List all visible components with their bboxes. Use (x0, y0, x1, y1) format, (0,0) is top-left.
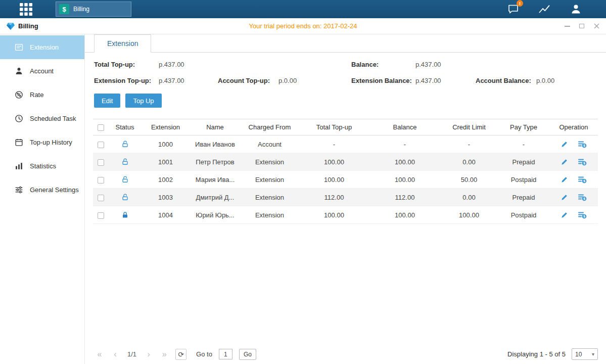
next-page-icon[interactable]: › (144, 350, 153, 359)
column-header-charged-from: Charged From (241, 119, 299, 135)
summary-row-1: Total Top-up: p.437.00 Balance: p.437.00 (94, 61, 598, 68)
operation-cell: $ (549, 135, 598, 153)
top-up-money-icon[interactable]: $ (578, 211, 587, 219)
sidebar-item-general-settings[interactable]: General Settings (0, 178, 84, 202)
unlocked-icon[interactable] (108, 140, 142, 148)
credit-limit-cell: 100.00 (440, 206, 498, 224)
status-cell (108, 189, 142, 206)
line-chart-icon[interactable] (537, 2, 551, 16)
total-topup-cell: - (299, 135, 369, 153)
billing-app-tab[interactable]: $ Billing (56, 2, 131, 17)
edit-pencil-icon[interactable] (561, 176, 568, 184)
maximize-icon[interactable] (578, 23, 585, 30)
tab-strip: Extension (85, 34, 606, 53)
messages-icon[interactable]: ! (506, 2, 520, 16)
credit-limit-cell: - (440, 135, 498, 153)
extension-balance-value: p.437.00 (415, 77, 476, 84)
tab-extension[interactable]: Extension (94, 34, 151, 53)
sidebar-item-top-up-history[interactable]: Top-up History (0, 130, 84, 154)
row-checkbox[interactable] (98, 142, 104, 148)
pagination-summary: Displaying 1 - 5 of 5 10 ▾ (507, 348, 598, 360)
go-button[interactable]: Go (239, 349, 256, 360)
balance-summary: Total Top-up: p.437.00 Balance: p.437.00… (94, 61, 598, 84)
operation-cell: $ (549, 189, 598, 206)
checkbox-cell (93, 135, 108, 153)
page-size-select[interactable]: 10 ▾ (572, 348, 598, 360)
balance-label: Balance: (351, 61, 415, 68)
edit-pencil-icon[interactable] (561, 141, 568, 148)
top-up-money-icon[interactable]: $ (578, 158, 587, 166)
goto-label: Go to (196, 350, 212, 358)
extension-topup-label: Extension Top-up: (94, 77, 159, 84)
sidebar-item-statistics[interactable]: Statistics (0, 154, 84, 178)
top-up-button[interactable]: Top Up (125, 94, 161, 108)
last-page-icon[interactable]: » (160, 350, 169, 359)
clock-icon (15, 114, 23, 123)
extensions-table-wrap: Status Extension Name Charged From Total… (93, 119, 598, 224)
balance-cell: 100.00 (369, 153, 440, 171)
svg-text:$: $ (583, 161, 586, 165)
account-topup-label: Account Top-up: (218, 77, 278, 84)
row-checkbox[interactable] (98, 212, 104, 219)
top-bar: $ Billing ! (0, 0, 606, 18)
column-header-name: Name (190, 119, 241, 135)
top-up-money-icon[interactable]: $ (578, 140, 587, 148)
rate-icon (15, 90, 23, 99)
total-topup-cell: 100.00 (299, 206, 369, 224)
row-checkbox[interactable] (98, 195, 104, 201)
unlocked-icon[interactable] (108, 193, 142, 201)
extension-cell: 1004 (142, 206, 190, 224)
first-page-icon[interactable]: « (95, 350, 104, 359)
extension-topup-value: p.437.00 (159, 77, 218, 84)
sidebar-item-account[interactable]: Account (0, 59, 84, 83)
sidebar-item-rate[interactable]: Rate (0, 83, 84, 107)
summary-row-2: Extension Top-up: p.437.00 Account Top-u… (94, 77, 598, 84)
status-cell (108, 206, 142, 224)
user-account-icon[interactable] (569, 2, 583, 16)
extension-balance-label: Extension Balance: (351, 77, 415, 84)
edit-button[interactable]: Edit (94, 94, 120, 108)
sidebar-item-label: Top-up History (30, 139, 72, 146)
trial-notice: Your trial period ends on: 2017-02-24 (0, 22, 606, 30)
top-up-money-icon[interactable]: $ (578, 175, 587, 184)
account-icon (15, 67, 23, 75)
goto-page-input[interactable] (219, 349, 232, 359)
apps-grid-icon[interactable] (18, 2, 33, 17)
refresh-icon[interactable]: ⟳ (175, 349, 187, 360)
prev-page-icon[interactable]: ‹ (111, 350, 120, 359)
extensions-table: Status Extension Name Charged From Total… (93, 119, 598, 224)
row-checkbox[interactable] (98, 159, 104, 166)
edit-pencil-icon[interactable] (561, 211, 568, 219)
pay-type-cell: Postpaid (498, 171, 549, 189)
extension-icon (15, 43, 23, 52)
close-icon[interactable] (593, 23, 600, 30)
pay-type-cell: Prepaid (498, 189, 549, 206)
credit-limit-cell: 50.00 (440, 171, 498, 189)
extension-cell: 1002 (142, 171, 190, 189)
balance-cell: - (369, 135, 440, 153)
charged-from-cell: Extension (241, 153, 299, 171)
total-topup-cell: 100.00 (299, 171, 369, 189)
sidebar-item-extension[interactable]: Extension (0, 35, 84, 59)
unlocked-icon[interactable] (108, 158, 142, 166)
extension-cell: 1003 (142, 189, 190, 206)
locked-icon[interactable] (108, 211, 142, 219)
charged-from-cell: Extension (241, 189, 299, 206)
calendar-icon (15, 138, 23, 147)
sidebar-item-scheduled-task[interactable]: Scheduled Task (0, 107, 84, 130)
edit-pencil-icon[interactable] (561, 194, 568, 201)
window-controls (564, 23, 600, 30)
unlocked-icon[interactable] (108, 175, 142, 184)
select-all-checkbox[interactable] (98, 124, 104, 131)
pay-type-cell: - (498, 135, 549, 153)
svg-text:$: $ (583, 179, 586, 183)
row-checkbox[interactable] (98, 177, 104, 184)
account-topup-value: p.0.00 (278, 77, 351, 84)
edit-pencil-icon[interactable] (561, 158, 568, 166)
account-balance-label: Account Balance: (476, 77, 536, 84)
action-buttons: Edit Top Up (94, 94, 606, 108)
charged-from-cell: Account (241, 135, 299, 153)
top-up-money-icon[interactable]: $ (578, 193, 587, 201)
minimize-icon[interactable] (564, 23, 571, 30)
window-title-bar: Billing Your trial period ends on: 2017-… (0, 18, 606, 34)
